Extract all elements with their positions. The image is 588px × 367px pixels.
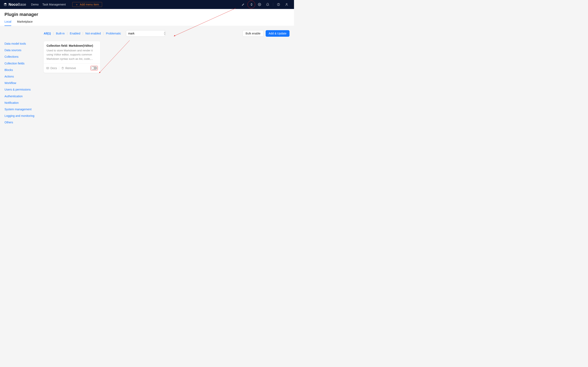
sidebar-item-users-permissions[interactable]: Users & permissions — [4, 87, 41, 92]
bell-icon[interactable] — [264, 0, 272, 9]
topbar-divider — [273, 3, 273, 6]
logo[interactable]: NocoBase — [3, 2, 26, 7]
nav-item-demo[interactable]: Demo — [31, 3, 39, 6]
filter-enabled[interactable]: Enabled — [67, 32, 83, 35]
main: Data model tools Data sources Collection… — [0, 26, 294, 129]
logo-text: NocoBase — [9, 2, 26, 7]
svg-point-0 — [259, 4, 260, 5]
plugin-icon[interactable] — [247, 0, 255, 9]
content: All(1) Built-in Enabled Not enabled Prob… — [44, 30, 290, 125]
page-header: Plugin manager Local Marketplace — [0, 9, 294, 26]
filters: All(1) Built-in Enabled Not enabled Prob… — [44, 32, 123, 35]
search-input[interactable] — [128, 32, 164, 35]
remove-button[interactable]: Remove — [61, 67, 76, 70]
add-update-button[interactable]: Add & Update — [266, 30, 290, 37]
sidebar-item-blocks[interactable]: Blocks — [4, 67, 41, 72]
plugin-enable-toggle[interactable] — [91, 67, 97, 70]
sidebar-item-actions[interactable]: Actions — [4, 74, 41, 79]
svg-point-3 — [286, 3, 287, 4]
sidebar: Data model tools Data sources Collection… — [4, 30, 41, 125]
sidebar-item-logging-monitoring[interactable]: Logging and monitoring — [4, 113, 41, 118]
highlighter-icon[interactable] — [239, 0, 247, 9]
filter-built-in[interactable]: Built-in — [53, 32, 67, 35]
sidebar-item-collection-fields[interactable]: Collection fields — [4, 61, 41, 66]
settings-icon[interactable] — [255, 0, 264, 9]
book-icon — [46, 67, 49, 70]
plugin-description: Used to store Markdown and render it usi… — [47, 49, 97, 61]
sidebar-item-notification[interactable]: Notification — [4, 100, 41, 105]
sidebar-item-workflow[interactable]: Workflow — [4, 81, 41, 85]
topbar-icons — [239, 0, 291, 9]
trash-icon — [61, 67, 64, 69]
sidebar-item-system-management[interactable]: System management — [4, 107, 41, 112]
docs-button[interactable]: Docs — [46, 67, 57, 70]
logo-icon — [3, 2, 7, 7]
plugin-card: Collection field: Markdown(Vditor) Used … — [44, 41, 100, 73]
sidebar-item-authentication[interactable]: Authentication — [4, 94, 41, 99]
bulk-enable-button[interactable]: Bulk enable — [242, 30, 264, 37]
user-icon[interactable] — [283, 0, 291, 9]
filter-problematic[interactable]: Problematic — [104, 32, 123, 35]
sidebar-item-data-sources[interactable]: Data sources — [4, 48, 41, 53]
plus-icon: ＋ — [75, 3, 78, 6]
sidebar-item-collections[interactable]: Collections — [4, 54, 41, 59]
remove-label: Remove — [65, 67, 76, 70]
filter-bar: All(1) Built-in Enabled Not enabled Prob… — [44, 30, 290, 37]
cards: Collection field: Markdown(Vditor) Used … — [44, 41, 290, 73]
add-menu-item-button[interactable]: ＋ Add menu item — [72, 2, 102, 7]
help-icon[interactable] — [274, 0, 283, 9]
nav-items: Demo Task Management ＋ Add menu item — [31, 2, 102, 7]
filter-not-enabled[interactable]: Not enabled — [83, 32, 103, 35]
tab-marketplace[interactable]: Marketplace — [17, 20, 33, 26]
annotation-toggle-highlight — [90, 66, 98, 70]
tab-local[interactable]: Local — [4, 20, 11, 26]
add-menu-item-label: Add menu item — [80, 3, 99, 6]
page-title: Plugin manager — [4, 12, 290, 17]
plugin-title: Collection field: Markdown(Vditor) — [47, 44, 97, 47]
nav-item-task-management[interactable]: Task Management — [42, 3, 66, 6]
sidebar-item-others[interactable]: Others — [4, 120, 41, 125]
tabs: Local Marketplace — [4, 20, 290, 26]
sidebar-item-data-model-tools[interactable]: Data model tools — [4, 41, 41, 46]
svg-point-2 — [278, 5, 278, 5]
docs-label: Docs — [51, 67, 57, 70]
topbar: NocoBase Demo Task Management ＋ Add menu… — [0, 0, 294, 9]
search-box[interactable] — [126, 30, 165, 37]
clear-icon[interactable] — [164, 32, 165, 35]
filter-all[interactable]: All(1) — [44, 32, 53, 35]
